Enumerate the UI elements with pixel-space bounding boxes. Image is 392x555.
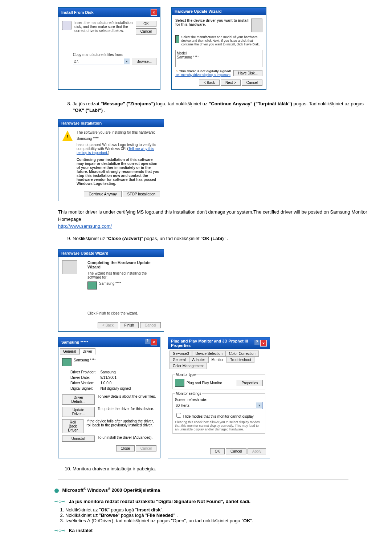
rollback-driver-button[interactable]: Roll Back Driver (62, 419, 83, 433)
monitor-icon (175, 35, 179, 43)
dialog-title: Plug and Play Monitor and 3D Prophet III… (171, 339, 254, 348)
finish-button[interactable]: Finish (120, 322, 139, 328)
wizard-icon (251, 19, 262, 32)
close-icon[interactable]: × (151, 9, 157, 16)
sub-heading-1: Ja jūs monitorā redzat redzat uzrakstu "… (69, 499, 250, 504)
titlebar: Hardware Update Wizard (172, 8, 266, 15)
help-icon[interactable]: ? (145, 339, 150, 344)
w2k-item-3: Izvēlieties A:(D:\Driver), tad noklikšķi… (65, 518, 370, 523)
cancel-button[interactable]: Cancel (136, 28, 156, 35)
model-value: Samsung **** (177, 55, 261, 59)
tab-adapter[interactable]: Adapter (189, 357, 208, 363)
dialog-title: Install From Disk (61, 10, 94, 15)
tab-troubleshoot[interactable]: Troubleshoot (227, 357, 254, 363)
dialog-title: Samsung ***** (61, 340, 88, 344)
path-select[interactable]: D:\ ▾ (73, 58, 130, 65)
have-disk-button[interactable]: Have Disk... (233, 70, 262, 76)
w2k-item-1: Noklikšķiniet uz "OK" pogas logā "Insert… (65, 507, 370, 513)
copy-label: Copy manufacturer's files from: (73, 53, 156, 57)
version-value: 1.0.0.0 (97, 381, 131, 385)
titlebar: Hardware Installation (58, 119, 164, 127)
step-8: Ja jūs redzat "Message" ("Ziņojums") log… (73, 101, 370, 114)
ok-button[interactable]: OK (136, 21, 156, 27)
step-10: Monitora draivera instalācija ir pabeigt… (73, 466, 370, 472)
tab-general[interactable]: General (60, 348, 79, 355)
chevron-down-icon: ▾ (124, 58, 130, 64)
dialog-title: Hardware Update Wizard (61, 251, 109, 255)
hide-modes-label: Hide modes that this monitor cannot disp… (183, 414, 254, 418)
device-name: Samsung **** (77, 137, 160, 141)
tab-device-selection[interactable]: Device Selection (192, 351, 225, 357)
w2k-item-2: Noklikšķiniet uz "Browse" pogas logā "Fi… (65, 513, 370, 518)
titlebar: Hardware Update Wizard (58, 250, 164, 257)
instruction-text: Insert the manufacturer's installation d… (74, 21, 133, 35)
refresh-select[interactable]: 60 Hertz ▾ (175, 402, 263, 409)
wizard-icon (62, 260, 77, 274)
properties-button[interactable]: Properties (237, 380, 263, 386)
browse-button[interactable]: Browse... (132, 58, 156, 65)
apply-button: Apply (248, 448, 266, 454)
refresh-value: 60 Hertz (176, 404, 189, 408)
cancel-button: Cancel (136, 445, 156, 451)
help-icon[interactable]: ? (254, 340, 260, 345)
sub-bullet-icon: ⊸○⊸ (54, 499, 65, 504)
driver-details-button[interactable]: Driver Details... (62, 394, 95, 405)
install-from-disk-dialog: Install From Disk × Insert the manufactu… (58, 7, 160, 90)
rollback-desc: If the device fails after updating the d… (86, 419, 156, 433)
tab-general[interactable]: General (170, 357, 189, 363)
uninstall-desc: To uninstall the driver (Advanced). (98, 436, 152, 442)
device-name: Samsung **** (74, 358, 96, 366)
install-line1: The software you are installing for this… (77, 130, 160, 134)
ok-button[interactable]: OK (210, 448, 225, 454)
close-icon[interactable]: × (260, 340, 267, 347)
completing-wizard-dialog: Hardware Update Wizard Completing the Ha… (58, 249, 164, 332)
samsung-properties-dialog: Samsung ***** ? × General Driver Samsung… (58, 337, 160, 458)
hardware-update-wizard-dialog: Hardware Update Wizard Select the device… (171, 7, 266, 90)
disk-icon (62, 21, 72, 30)
tab-geforce[interactable]: GeForce3 (170, 351, 192, 357)
tip-text: Select the manufacturer and model of you… (181, 35, 262, 46)
tab-monitor[interactable]: Monitor (208, 357, 227, 363)
pnp-properties-dialog: Plug and Play Monitor and 3D Prophet III… (168, 337, 270, 458)
install-line2: has not passed Windows Logo testing to v… (77, 143, 160, 155)
signer-label: Digital Signer: (70, 386, 96, 391)
dialog-title: Hardware Update Wizard (175, 9, 222, 13)
step-9: Noklikšķiniet uz "Close (Aizvērt)" pogas… (73, 235, 370, 242)
provider-label: Driver Provider: (70, 370, 96, 374)
refresh-label: Screen refresh rate: (175, 398, 263, 402)
complete-line1: The wizard has finished installing the s… (87, 271, 160, 279)
hide-modes-checkbox[interactable] (176, 413, 181, 418)
cancel-button: Cancel (140, 322, 161, 328)
provider-value: Samsung (97, 370, 131, 374)
cancel-button[interactable]: Cancel (242, 80, 262, 86)
not-signed-text: This driver is not digitally signed! (179, 69, 232, 73)
cancel-button[interactable]: Cancel (226, 448, 246, 454)
monitor-type-label: Monitor type (175, 373, 196, 377)
next-button[interactable]: Next > (221, 80, 241, 86)
titlebar: Plug and Play Monitor and 3D Prophet III… (168, 337, 270, 349)
back-button[interactable]: < Back (199, 80, 220, 86)
titlebar: Samsung ***** ? × (58, 337, 160, 347)
signing-link[interactable]: Tell me why driver signing is important (175, 73, 230, 77)
complete-heading: Completing the Hardware Update Wizard (87, 260, 151, 269)
monitor-icon (62, 358, 72, 366)
path-value: D:\ (74, 60, 78, 64)
stop-installation-button[interactable]: STOP Installation (123, 191, 160, 197)
chevron-down-icon: ▾ (256, 402, 262, 408)
tab-driver[interactable]: Driver (79, 348, 96, 355)
date-value: 9/11/2001 (97, 375, 131, 380)
certifying-note: This monitor driver is under certifying … (58, 208, 370, 230)
update-driver-button[interactable]: Update Driver... (62, 407, 95, 417)
close-icon[interactable]: × (151, 339, 157, 345)
samsung-link[interactable]: http://www.samsung.com/ (58, 223, 112, 229)
sub-bullet-icon: ⊸○⊸ (54, 528, 65, 533)
tab-color-mgmt[interactable]: Color Management (170, 363, 207, 369)
uninstall-button[interactable]: Uninstall (62, 436, 95, 442)
hardware-installation-dialog: Hardware Installation The software you a… (58, 119, 164, 201)
hide-modes-desc: Clearing this check box allows you to se… (175, 420, 263, 431)
warning-icon (62, 130, 73, 141)
continue-anyway-button[interactable]: Continue Anyway (84, 191, 121, 197)
update-desc: To update the driver for this device. (98, 407, 154, 417)
tab-color-correction[interactable]: Color Correction (226, 351, 259, 357)
close-button[interactable]: Close (116, 445, 135, 451)
